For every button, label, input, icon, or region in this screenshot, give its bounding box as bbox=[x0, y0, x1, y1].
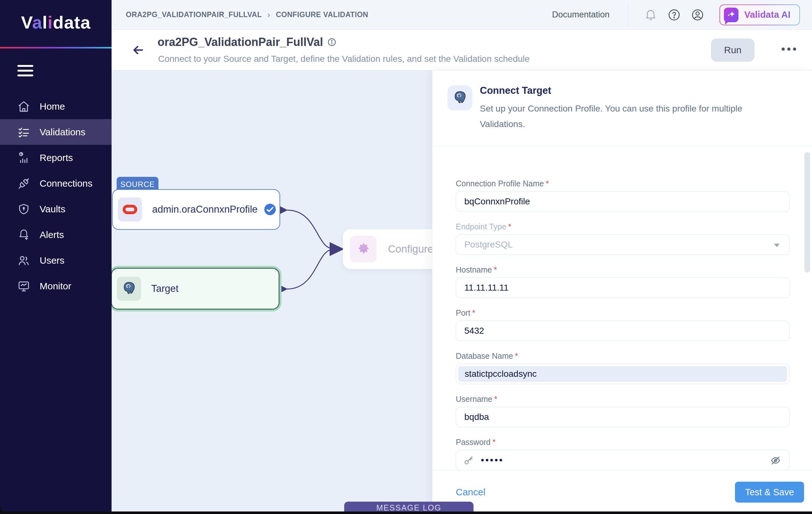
sidebar-item-home[interactable]: Home bbox=[0, 93, 112, 119]
menu-toggle-button[interactable] bbox=[18, 65, 33, 79]
sidebar-item-alerts[interactable]: Alerts bbox=[0, 222, 112, 247]
sidebar-item-label: Validations bbox=[39, 127, 86, 138]
chevron-down-icon bbox=[774, 244, 780, 247]
notifications-bell-icon[interactable] bbox=[644, 8, 657, 22]
page-header: ora2PG_ValidationPair_FullVal Connect to… bbox=[112, 30, 812, 70]
endpoint-type-value: PostgreSQL bbox=[464, 240, 513, 250]
username-input[interactable] bbox=[456, 407, 789, 427]
sidebar-item-vaults[interactable]: Vaults bbox=[0, 196, 112, 222]
configure-gear-icon bbox=[350, 236, 377, 262]
ai-button-label: Validata AI bbox=[744, 9, 790, 20]
home-icon bbox=[18, 100, 30, 113]
panel-header: Connect Target Set up your Connection Pr… bbox=[432, 70, 812, 147]
target-node[interactable]: Target bbox=[111, 268, 280, 310]
bell-plus-icon bbox=[18, 229, 30, 241]
topbar-actions: Documentation Validata AI bbox=[552, 3, 800, 27]
panel-footer: Cancel Test & Save bbox=[432, 470, 812, 514]
validata-ai-button[interactable]: Validata AI bbox=[720, 4, 800, 25]
postgresql-icon bbox=[117, 277, 141, 301]
field-label: Port* bbox=[456, 308, 788, 318]
hostname-input[interactable] bbox=[456, 278, 789, 298]
panel-heading: Connect Target bbox=[480, 85, 551, 96]
shield-icon bbox=[18, 203, 30, 215]
app-window: Validata Home Validations Reports bbox=[0, 0, 812, 514]
field-password: Password* ••••• bbox=[456, 437, 788, 470]
sidebar-item-label: Vaults bbox=[39, 204, 65, 215]
field-label: Endpoint Type* bbox=[456, 222, 788, 231]
ai-sparkle-icon bbox=[724, 8, 738, 22]
configure-node-label: Configure bbox=[388, 243, 433, 255]
field-database-name: Database Name* statictpccloadsync bbox=[456, 352, 788, 384]
field-label: Connection Profile Name* bbox=[456, 179, 788, 188]
logo-segment: i bbox=[48, 12, 53, 32]
back-button[interactable] bbox=[131, 43, 145, 57]
breadcrumb-separator: › bbox=[267, 10, 270, 19]
app-logo: Validata bbox=[0, 12, 112, 33]
required-mark: * bbox=[494, 395, 497, 403]
info-icon[interactable] bbox=[327, 38, 336, 47]
window-bottom-edge bbox=[0, 511, 812, 514]
port-input[interactable] bbox=[456, 321, 789, 341]
sidebar-item-reports[interactable]: Reports bbox=[0, 145, 112, 171]
connection-profile-name-input[interactable] bbox=[456, 192, 789, 211]
key-icon bbox=[463, 454, 474, 466]
source-node[interactable]: admin.oraConnxnProfile bbox=[112, 189, 280, 230]
endpoint-type-select[interactable]: PostgreSQL bbox=[456, 235, 789, 255]
field-username: Username* bbox=[456, 395, 788, 427]
required-mark: * bbox=[493, 437, 496, 447]
field-endpoint-type: Endpoint Type* PostgreSQL bbox=[456, 222, 788, 255]
sidebar-item-label: Alerts bbox=[39, 230, 64, 240]
test-and-save-button[interactable]: Test & Save bbox=[735, 482, 804, 503]
field-label: Database Name* bbox=[456, 352, 788, 361]
more-options-button[interactable] bbox=[782, 48, 796, 51]
sidebar-item-validations[interactable]: Validations bbox=[0, 119, 112, 145]
field-hostname: Hostname* bbox=[456, 265, 788, 298]
sidebar-item-connections[interactable]: Connections bbox=[0, 171, 112, 196]
postgresql-icon bbox=[447, 86, 472, 110]
sidebar-item-label: Home bbox=[39, 101, 65, 112]
logo-segment: data bbox=[53, 12, 91, 32]
connect-target-panel: Connect Target Set up your Connection Pr… bbox=[432, 70, 812, 514]
topbar-divider bbox=[628, 3, 628, 27]
toggle-password-visibility-icon[interactable] bbox=[770, 454, 782, 466]
password-masked-value: ••••• bbox=[481, 455, 504, 465]
sidebar-item-users[interactable]: Users bbox=[0, 247, 112, 273]
documentation-link[interactable]: Documentation bbox=[552, 10, 610, 20]
database-name-input[interactable]: statictpccloadsync bbox=[456, 364, 789, 384]
help-icon[interactable] bbox=[667, 8, 681, 22]
sidebar-item-monitor[interactable]: Monitor bbox=[0, 273, 112, 299]
logo-segment: V bbox=[21, 12, 32, 32]
required-mark: * bbox=[508, 222, 511, 231]
topbar: ORA2PG_VALIDATIONPAIR_FULLVAL › CONFIGUR… bbox=[112, 0, 812, 30]
logo-segment: a bbox=[32, 12, 42, 32]
oracle-icon bbox=[118, 198, 142, 221]
cancel-button[interactable]: Cancel bbox=[456, 487, 485, 497]
users-icon bbox=[18, 254, 30, 267]
source-node-label: admin.oraConnxnProfile bbox=[152, 204, 258, 215]
breadcrumb-item-validation-pair[interactable]: ORA2PG_VALIDATIONPAIR_FULLVAL bbox=[126, 10, 262, 19]
required-mark: * bbox=[472, 308, 475, 317]
panel-scrollbar[interactable] bbox=[804, 152, 810, 273]
run-button[interactable]: Run bbox=[711, 39, 754, 61]
logo-segment: l bbox=[42, 12, 48, 32]
page-title: ora2PG_ValidationPair_FullVal bbox=[157, 35, 323, 49]
sidebar-item-label: Users bbox=[39, 255, 64, 266]
field-label: Password* bbox=[456, 437, 788, 447]
sidebar-item-label: Monitor bbox=[39, 281, 71, 292]
target-node-label: Target bbox=[151, 283, 178, 294]
plug-icon bbox=[18, 177, 30, 190]
field-port: Port* bbox=[456, 308, 788, 341]
monitor-icon bbox=[18, 280, 30, 293]
page-subtitle: Connect to your Source and Target, defin… bbox=[158, 54, 530, 64]
connection-form: Connection Profile Name* Endpoint Type* … bbox=[432, 147, 812, 470]
required-mark: * bbox=[494, 265, 497, 274]
sidebar-item-label: Reports bbox=[39, 152, 73, 163]
sidebar-nav: Home Validations Reports Connections bbox=[0, 93, 112, 299]
logo-gradient-divider bbox=[0, 47, 112, 49]
report-chart-icon bbox=[18, 151, 30, 164]
breadcrumb-item-configure-validation: CONFIGURE VALIDATION bbox=[276, 10, 368, 19]
sidebar: Validata Home Validations Reports bbox=[0, 0, 112, 514]
breadcrumb: ORA2PG_VALIDATIONPAIR_FULLVAL › CONFIGUR… bbox=[126, 10, 368, 19]
password-input[interactable]: ••••• bbox=[456, 450, 789, 470]
account-icon[interactable] bbox=[691, 8, 704, 22]
